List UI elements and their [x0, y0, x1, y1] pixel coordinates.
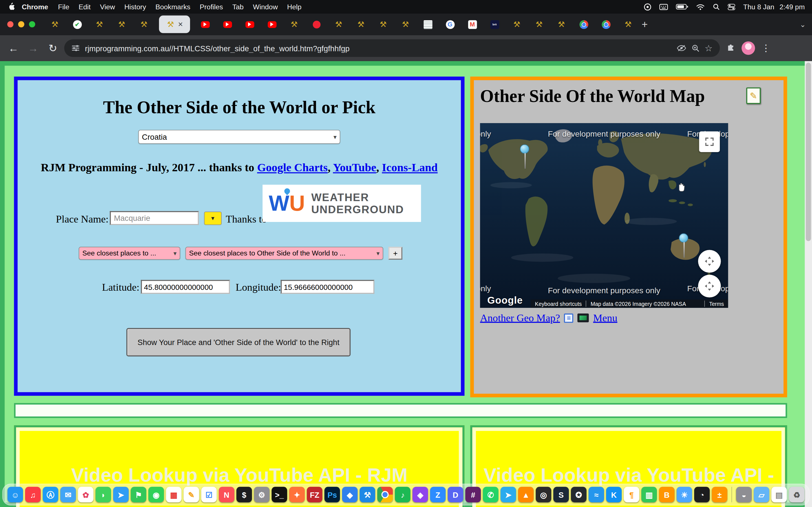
menu-link[interactable]: Menu [593, 312, 617, 324]
dock-telegram-icon[interactable]: ➤ [500, 487, 516, 502]
plus-button[interactable]: + [389, 247, 403, 260]
browser-tab[interactable]: ⚒ [376, 17, 390, 32]
dock-notes-icon[interactable]: ✎ [184, 487, 199, 502]
browser-tab[interactable] [576, 17, 591, 32]
dock-trash-icon[interactable]: ♻ [789, 487, 804, 502]
browser-tab[interactable]: ⚒ [554, 17, 568, 32]
browser-tab[interactable]: ✔ [70, 17, 84, 32]
keyboard-shortcuts-link[interactable]: Keyboard shortcuts [531, 300, 586, 307]
dock-podcasts-icon[interactable]: ◈ [412, 487, 428, 502]
apple-logo-icon[interactable] [7, 3, 15, 11]
browser-tab[interactable] [198, 17, 212, 32]
dock-chrome-icon[interactable] [377, 487, 393, 502]
dock-settings-icon[interactable]: ⚙ [254, 487, 269, 502]
pan-control-button[interactable] [698, 250, 721, 273]
menu-tab[interactable]: Tab [228, 3, 248, 11]
browser-tab[interactable] [243, 17, 257, 32]
dock-spotify-icon[interactable]: ♪ [395, 487, 410, 502]
dock-weather-icon[interactable]: ☀ [677, 487, 692, 502]
browser-tab[interactable]: G [443, 17, 457, 32]
browser-tab[interactable]: ⚒ [92, 17, 107, 32]
page-scrollbar[interactable] [805, 61, 812, 507]
privacy-eye-icon[interactable] [677, 45, 686, 52]
dock-vscode-icon[interactable]: ◆ [342, 487, 357, 502]
dock-document-icon[interactable]: ▤ [771, 487, 787, 502]
zoom-icon[interactable] [691, 44, 700, 52]
minimize-window-button[interactable] [18, 21, 24, 27]
dock-keynote-icon[interactable]: K [606, 487, 622, 502]
dock-obs-icon[interactable]: ◎ [536, 487, 551, 502]
scrollbar-thumb[interactable] [806, 62, 811, 241]
menu-profiles[interactable]: Profiles [195, 3, 228, 11]
new-tab-button[interactable]: + [642, 18, 648, 30]
dock-calendar-icon[interactable]: ▦ [166, 487, 182, 502]
dock-maps-icon[interactable]: ⚑ [131, 487, 146, 502]
dock-filezilla-icon[interactable]: FZ [307, 487, 322, 502]
profile-avatar[interactable] [742, 41, 755, 55]
forward-button[interactable]: → [25, 40, 42, 56]
dock-music-icon[interactable]: ♫ [25, 487, 41, 502]
browser-tab[interactable] [265, 17, 279, 32]
browser-tab[interactable]: ⚒ [332, 17, 346, 32]
terms-link[interactable]: Terms [705, 300, 728, 307]
url-text[interactable]: rjmprogramming.com.au//HTMLCSS/other_sid… [85, 44, 672, 52]
browser-tab[interactable]: ⚒ [137, 17, 151, 32]
closest-otherside-select[interactable]: See closest places to Other Side of the … [186, 247, 384, 260]
dock-numbers-icon[interactable]: ▥ [642, 487, 657, 502]
icons-land-link[interactable]: Icons-Land [382, 161, 438, 174]
tab-close-icon[interactable]: × [178, 20, 183, 29]
status-circle-icon[interactable] [644, 3, 652, 11]
menu-help[interactable]: Help [283, 3, 306, 11]
control-center-icon[interactable] [728, 3, 735, 11]
memo-icon[interactable]: ✎ [746, 87, 761, 104]
spotlight-search-icon[interactable] [713, 3, 720, 10]
browser-tab[interactable]: brit [487, 17, 502, 32]
browser-tab[interactable] [599, 17, 613, 32]
reload-button[interactable]: ↻ [45, 40, 61, 56]
wifi-icon[interactable] [696, 3, 705, 10]
dock-messages-icon[interactable]: ◗ [96, 487, 111, 502]
dock-pages-icon[interactable]: ¶ [624, 487, 639, 502]
map-pin-place[interactable] [520, 144, 529, 154]
tab-search-chevron-icon[interactable]: ⌄ [800, 20, 806, 29]
place-name-input[interactable] [110, 211, 199, 225]
browser-tab[interactable]: ⚒ [621, 17, 635, 32]
monitor-icon[interactable] [578, 314, 589, 322]
dock-folder-icon[interactable]: ▱ [754, 487, 769, 502]
dock-discord-icon[interactable]: D [448, 487, 463, 502]
chrome-menu-icon[interactable]: ⋮ [761, 43, 770, 54]
menu-view[interactable]: View [95, 3, 119, 11]
dock-reminders-icon[interactable]: ☑ [201, 487, 217, 502]
another-geo-map-link[interactable]: Another Geo Map? [480, 312, 560, 324]
dock-vlc-icon[interactable]: ▲ [518, 487, 534, 502]
dock-firefox-icon[interactable]: ✦ [289, 487, 305, 502]
dock-photos-icon[interactable]: ✿ [78, 487, 93, 502]
browser-tab[interactable]: ⚒ [354, 17, 368, 32]
dock-terminal-icon[interactable]: >_ [271, 487, 287, 502]
dock-facetime-icon[interactable]: ◉ [148, 487, 164, 502]
menu-bookmarks[interactable]: Bookmarks [151, 3, 195, 11]
country-select[interactable]: Croatia ▾ [138, 130, 340, 144]
closest-places-select[interactable]: See closest places to ... ▾ [79, 247, 180, 260]
browser-tab[interactable]: ⚒ [398, 17, 412, 32]
browser-tab[interactable] [420, 17, 435, 32]
dock-photoshop-icon[interactable]: Ps [324, 487, 340, 502]
active-tab[interactable]: ⚒× [159, 15, 190, 33]
longitude-input[interactable] [281, 280, 374, 294]
latitude-input[interactable] [141, 280, 230, 294]
dock-docker-icon[interactable]: ≈ [589, 487, 604, 502]
browser-tab[interactable]: M [465, 17, 479, 32]
browser-tab[interactable]: ⚒ [532, 17, 546, 32]
browser-tab[interactable]: ⚒ [509, 17, 524, 32]
place-suggest-select[interactable]: ▾ [204, 212, 221, 225]
dock-news-icon[interactable]: N [219, 487, 234, 502]
menu-edit[interactable]: Edit [74, 3, 95, 11]
dock-safari-icon[interactable]: ➤ [113, 487, 129, 502]
dock-mail-icon[interactable]: ✉ [60, 487, 76, 502]
menu-history[interactable]: History [119, 3, 151, 11]
close-window-button[interactable] [7, 21, 13, 27]
keyboard-icon[interactable] [659, 3, 668, 10]
google-charts-link[interactable]: Google Charts [257, 161, 327, 174]
dock-books-icon[interactable]: B [659, 487, 674, 502]
pan-control-button-2[interactable] [698, 275, 721, 297]
